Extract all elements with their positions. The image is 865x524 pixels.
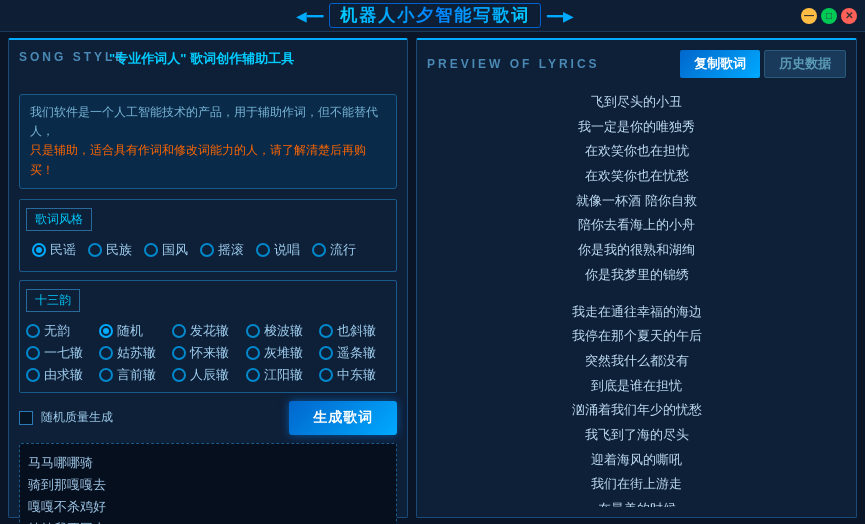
right-header: PREVIEW OF LYRICS 复制歌词 历史数据: [427, 50, 846, 78]
radio-label: 流行: [330, 241, 356, 259]
lyrics-preview-line: 在欢笑你也在忧愁: [437, 164, 836, 189]
lyrics-preview-line: 到底是谁在担忧: [437, 374, 836, 399]
radio-circle: [32, 243, 46, 257]
lyrics-stanza: 我走在通往幸福的海边我停在那个夏天的午后突然我什么都没有到底是谁在担忧汹涌着我们…: [437, 300, 836, 508]
radio-circle: [88, 243, 102, 257]
lyrics-preview: 飞到尽头的小丑我一定是你的唯独秀在欢笑你也在担忧在欢笑你也在忧愁就像一杯酒 陪你…: [427, 86, 846, 507]
checkbox-row: 随机质量生成: [19, 409, 113, 426]
radio-circle: [26, 346, 40, 360]
radio-circle: [200, 243, 214, 257]
lyrics-line: 嘎嘎不杀鸡好: [28, 496, 388, 518]
shisan-option-一七辙[interactable]: 一七辙: [26, 344, 97, 362]
radio-circle: [246, 368, 260, 382]
shisan-label-text: 也斜辙: [337, 322, 376, 340]
shisan-label: 十三韵: [26, 289, 80, 312]
shisan-label-text: 言前辙: [117, 366, 156, 384]
style-option-说唱[interactable]: 说唱: [256, 241, 300, 259]
radio-circle: [246, 324, 260, 338]
shisan-label-text: 发花辙: [190, 322, 229, 340]
checkbox-label: 随机质量生成: [41, 409, 113, 426]
lyrics-stanza: 飞到尽头的小丑我一定是你的唯独秀在欢笑你也在担忧在欢笑你也在忧愁就像一杯酒 陪你…: [437, 90, 836, 288]
shisan-label-text: 中东辙: [337, 366, 376, 384]
shisan-option-发花辙[interactable]: 发花辙: [172, 322, 243, 340]
window-controls: — □ ✕: [801, 8, 857, 24]
shisan-label-text: 江阳辙: [264, 366, 303, 384]
close-button[interactable]: ✕: [841, 8, 857, 24]
app-title: 机器人小夕智能写歌词: [329, 3, 541, 28]
shisan-label-text: 随机: [117, 322, 143, 340]
style-option-民族[interactable]: 民族: [88, 241, 132, 259]
radio-circle: [319, 324, 333, 338]
shisan-label-text: 一七辙: [44, 344, 83, 362]
radio-circle: [319, 368, 333, 382]
generate-button[interactable]: 生成歌词: [289, 401, 397, 435]
preview-title: PREVIEW OF LYRICS: [427, 57, 600, 71]
radio-circle: [256, 243, 270, 257]
shisan-option-由求辙[interactable]: 由求辙: [26, 366, 97, 384]
shisan-option-也斜辙[interactable]: 也斜辙: [319, 322, 390, 340]
style-label: 歌词风格: [26, 208, 92, 231]
radio-label: 国风: [162, 241, 188, 259]
title-center: ◀━━ 机器人小夕智能写歌词 ━━▶: [296, 3, 574, 28]
copy-lyrics-button[interactable]: 复制歌词: [680, 50, 760, 78]
panel-subtitle: "专业作词人" 歌词创作辅助工具: [109, 50, 294, 68]
shisan-label-text: 无韵: [44, 322, 70, 340]
lyrics-input-box[interactable]: 马马哪哪骑骑到那嘎嘎去嘎嘎不杀鸡好娃娃我要回去和我在成都的街头走一走直到所有的灯…: [19, 443, 397, 524]
shisan-label-text: 人辰辙: [190, 366, 229, 384]
shisan-label-text: 姑苏辙: [117, 344, 156, 362]
shisan-label-text: 遥条辙: [337, 344, 376, 362]
deco-left: ◀━━: [296, 8, 323, 24]
radio-label: 说唱: [274, 241, 300, 259]
shisan-option-遥条辙[interactable]: 遥条辙: [319, 344, 390, 362]
shisan-option-江阳辙[interactable]: 江阳辙: [246, 366, 317, 384]
deco-right: ━━▶: [547, 8, 574, 24]
radio-circle: [26, 324, 40, 338]
lyrics-line: 马马哪哪骑: [28, 452, 388, 474]
shisan-option-随机[interactable]: 随机: [99, 322, 170, 340]
shisan-grid: 无韵随机发花辙梭波辙也斜辙一七辙姑苏辙怀来辙灰堆辙遥条辙由求辙言前辙人辰辙江阳辙…: [26, 318, 390, 388]
shisan-option-灰堆辙[interactable]: 灰堆辙: [246, 344, 317, 362]
lyrics-preview-line: 在最美的时候: [437, 497, 836, 507]
info-box: 我们软件是一个人工智能技术的产品，用于辅助作词，但不能替代人， 只是辅助，适合具…: [19, 94, 397, 189]
style-option-摇滚[interactable]: 摇滚: [200, 241, 244, 259]
style-radio-group: 民谣民族国风摇滚说唱流行: [26, 237, 390, 267]
shisan-option-姑苏辙[interactable]: 姑苏辙: [99, 344, 170, 362]
radio-circle: [99, 368, 113, 382]
minimize-button[interactable]: —: [801, 8, 817, 24]
style-option-流行[interactable]: 流行: [312, 241, 356, 259]
right-buttons: 复制歌词 历史数据: [680, 50, 846, 78]
lyrics-preview-line: 你是我梦里的锦绣: [437, 263, 836, 288]
radio-circle: [172, 346, 186, 360]
style-section: 歌词风格 民谣民族国风摇滚说唱流行: [19, 199, 397, 272]
radio-circle: [99, 324, 113, 338]
lyrics-preview-line: 在欢笑你也在担忧: [437, 139, 836, 164]
radio-circle: [172, 324, 186, 338]
radio-circle: [144, 243, 158, 257]
history-button[interactable]: 历史数据: [764, 50, 846, 78]
title-bar: ◀━━ 机器人小夕智能写歌词 ━━▶ — □ ✕: [0, 0, 865, 32]
style-option-国风[interactable]: 国风: [144, 241, 188, 259]
lyrics-preview-line: 陪你去看海上的小舟: [437, 213, 836, 238]
shisan-option-中东辙[interactable]: 中东辙: [319, 366, 390, 384]
shisan-option-无韵[interactable]: 无韵: [26, 322, 97, 340]
main-content: SONG STYLE "专业作词人" 歌词创作辅助工具 我们软件是一个人工智能技…: [0, 32, 865, 524]
lyrics-preview-line: 突然我什么都没有: [437, 349, 836, 374]
right-panel: PREVIEW OF LYRICS 复制歌词 历史数据 飞到尽头的小丑我一定是你…: [416, 38, 857, 518]
shisan-option-怀来辙[interactable]: 怀来辙: [172, 344, 243, 362]
radio-circle: [319, 346, 333, 360]
lyrics-preview-line: 我们在街上游走: [437, 472, 836, 497]
shisan-option-梭波辙[interactable]: 梭波辙: [246, 322, 317, 340]
style-option-民谣[interactable]: 民谣: [32, 241, 76, 259]
radio-circle: [246, 346, 260, 360]
lyrics-preview-line: 我走在通往幸福的海边: [437, 300, 836, 325]
maximize-button[interactable]: □: [821, 8, 837, 24]
radio-label: 民谣: [50, 241, 76, 259]
info-line1: 我们软件是一个人工智能技术的产品，用于辅助作词，但不能替代人，: [30, 103, 386, 141]
random-quality-checkbox[interactable]: [19, 411, 33, 425]
shisan-option-言前辙[interactable]: 言前辙: [99, 366, 170, 384]
shisan-option-人辰辙[interactable]: 人辰辙: [172, 366, 243, 384]
radio-circle: [26, 368, 40, 382]
shisan-label-text: 由求辙: [44, 366, 83, 384]
lyrics-preview-line: 我一定是你的唯独秀: [437, 115, 836, 140]
info-highlight: 只是辅助，适合具有作词和修改词能力的人，请了解清楚后再购买！: [30, 143, 366, 176]
